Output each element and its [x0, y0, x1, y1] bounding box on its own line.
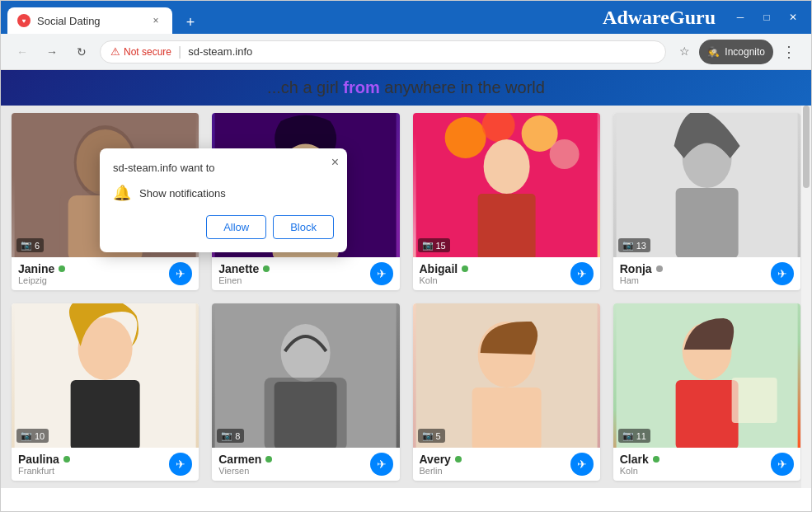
notification-popup: × sd-steam.info want to 🔔 Show notificat… [100, 148, 347, 252]
tab-close-button[interactable]: × [149, 14, 162, 27]
svg-rect-30 [675, 380, 738, 448]
online-indicator [265, 456, 272, 463]
popup-close-button[interactable]: × [331, 155, 339, 170]
profile-card[interactable]: 📷 10 Paulina Frankfurt ✈ [12, 303, 199, 481]
profile-info: Janette Einen ✈ [212, 257, 399, 290]
profile-photo [413, 303, 600, 448]
profile-image: 📷 13 [613, 113, 800, 257]
name-row: Paulina [18, 453, 70, 466]
photo-count: 📷 8 [217, 429, 244, 443]
close-button[interactable]: ✕ [781, 6, 805, 29]
profile-info: Clark Koln ✈ [613, 448, 800, 481]
profile-city: Koln [620, 466, 659, 476]
photo-count: 📷 10 [16, 429, 49, 443]
forward-button[interactable]: → [40, 40, 63, 63]
svg-point-22 [281, 324, 331, 382]
photo-count: 📷 5 [418, 429, 445, 443]
profile-card[interactable]: 📷 15 Abigail Koln ✈ [413, 113, 600, 290]
bookmark-button[interactable]: ☆ [673, 40, 696, 63]
tab-strip: Social Dating × [7, 1, 172, 34]
count-value: 5 [436, 431, 441, 441]
camera-icon: 📷 [422, 240, 434, 251]
svg-rect-20 [71, 380, 140, 448]
maximize-button[interactable]: □ [755, 6, 778, 29]
allow-button[interactable]: Allow [206, 215, 266, 239]
active-tab[interactable]: Social Dating × [7, 7, 172, 34]
svg-rect-17 [675, 188, 738, 257]
address-field[interactable]: ⚠ Not secure | sd-steam.info [100, 40, 666, 63]
profile-city: Leipzig [18, 275, 65, 285]
camera-icon: 📷 [221, 430, 232, 441]
messenger-button[interactable]: ✈ [169, 453, 192, 476]
popup-option-text: Show notifications [139, 187, 226, 200]
browser-window: Social Dating × + AdwareGuru ─ □ ✕ ← → ↻… [0, 0, 812, 512]
page-header: ...ch a girl from anywhere in the world [1, 70, 811, 106]
profile-info: Avery Berlin ✈ [413, 448, 600, 481]
menu-button[interactable]: ⋮ [777, 40, 801, 64]
online-indicator [59, 265, 65, 272]
profile-image: 📷 5 [413, 303, 600, 448]
not-secure-label: Not secure [124, 46, 171, 58]
profile-card[interactable]: 📷 8 Carmen Viersen ✈ [212, 303, 399, 481]
svg-rect-31 [731, 378, 777, 423]
profile-name: Avery [420, 453, 451, 466]
messenger-button[interactable]: ✈ [570, 453, 594, 476]
incognito-button[interactable]: 🕵 Incognito [699, 40, 773, 64]
minimize-button[interactable]: ─ [729, 6, 752, 29]
profile-photo [12, 303, 199, 448]
profile-photo [613, 303, 800, 448]
profile-card[interactable]: 📷 11 Clark Koln ✈ [613, 303, 800, 481]
count-value: 6 [35, 241, 40, 251]
incognito-icon: 🕵 [707, 46, 720, 58]
bell-icon: 🔔 [113, 184, 131, 202]
online-indicator [263, 265, 270, 272]
messenger-button[interactable]: ✈ [570, 262, 594, 285]
online-indicator [63, 456, 70, 463]
messenger-button[interactable]: ✈ [169, 262, 192, 285]
camera-icon: 📷 [422, 430, 434, 441]
online-indicator [656, 265, 663, 272]
profile-name: Carmen [218, 453, 261, 466]
url-display: sd-steam.info [188, 45, 252, 58]
warning-icon: ⚠ [110, 45, 120, 58]
refresh-button[interactable]: ↻ [70, 40, 93, 63]
heading-from: from [343, 78, 379, 96]
photo-count: 📷 11 [618, 429, 650, 443]
profile-city: Koln [420, 275, 469, 285]
scrollbar[interactable] [801, 106, 811, 488]
heading-main: h a girl [289, 78, 344, 96]
count-value: 11 [636, 431, 646, 441]
popup-buttons: Allow Block [113, 215, 334, 239]
profile-image: 📷 8 [212, 303, 399, 448]
messenger-button[interactable]: ✈ [370, 262, 393, 285]
block-button[interactable]: Block [273, 215, 334, 239]
url-separator: | [178, 45, 181, 59]
online-indicator [462, 265, 468, 272]
profile-city: Ham [620, 275, 663, 285]
name-row: Janine [18, 262, 65, 275]
messenger-button[interactable]: ✈ [771, 262, 794, 285]
count-value: 8 [235, 431, 240, 441]
new-tab-button[interactable]: + [179, 11, 202, 34]
page-heading: ...ch a girl from anywhere in the world [17, 78, 795, 97]
profile-card[interactable]: 📷 5 Avery Berlin ✈ [413, 303, 600, 481]
svg-rect-27 [472, 388, 541, 448]
name-row: Ronja [620, 262, 663, 275]
online-indicator [653, 456, 659, 463]
profile-city: Berlin [420, 466, 462, 476]
profile-photo [613, 113, 800, 257]
window-controls: ─ □ ✕ [729, 6, 805, 29]
profile-image: 📷 15 [413, 113, 600, 257]
count-value: 15 [436, 241, 446, 251]
heading-suffix: anywhere in the world [380, 78, 545, 96]
scrollbar-thumb[interactable] [803, 106, 810, 188]
security-indicator: ⚠ Not secure [110, 45, 171, 58]
profile-name: Paulina [18, 453, 59, 466]
camera-icon: 📷 [21, 430, 32, 441]
profile-city: Frankfurt [18, 466, 70, 476]
messenger-button[interactable]: ✈ [370, 453, 393, 476]
messenger-button[interactable]: ✈ [771, 453, 794, 476]
back-button[interactable]: ← [11, 40, 34, 63]
photo-count: 📷 15 [418, 238, 450, 252]
profile-card[interactable]: 📷 13 Ronja Ham ✈ [613, 113, 800, 290]
